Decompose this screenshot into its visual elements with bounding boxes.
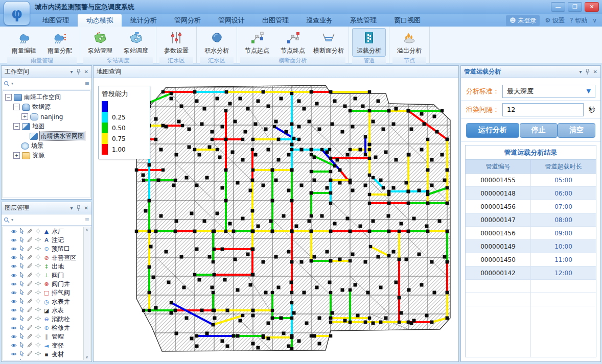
select-cursor-icon[interactable]: [18, 316, 25, 323]
menu-inspection[interactable]: 巡查业务: [297, 14, 341, 27]
clear-button[interactable]: 清空: [558, 123, 595, 138]
chevron-down-icon[interactable]: ∨: [592, 17, 597, 24]
overflow-analysis-button[interactable]: 溢出分析: [392, 28, 426, 57]
eye-icon[interactable]: [10, 298, 17, 305]
select-cursor-icon[interactable]: [18, 281, 25, 288]
render-interval-input[interactable]: 12: [502, 103, 584, 116]
table-row[interactable]: 000000148 06:00: [466, 187, 596, 200]
layer-row[interactable]: ‖ 管帽: [3, 332, 90, 341]
menu-network-analysis[interactable]: 管网分析: [166, 14, 210, 27]
layer-row[interactable]: A 注记: [3, 236, 90, 245]
maximize-button[interactable]: ❐: [568, 2, 582, 12]
eye-icon[interactable]: [10, 237, 17, 244]
edit-pencil-icon[interactable]: [27, 228, 33, 235]
eye-icon[interactable]: [10, 272, 17, 279]
column-header-overload-duration[interactable]: 管道超载时长: [531, 160, 596, 173]
table-row[interactable]: 000000142 12:00: [466, 266, 596, 280]
layer-row[interactable]: ◷ 水表井: [3, 298, 90, 306]
tree-item-datasource[interactable]: −数据源: [3, 102, 90, 112]
pin-icon[interactable]: [586, 69, 590, 75]
node-start-button[interactable]: 节点起点: [240, 28, 274, 57]
snap-crosshair-icon[interactable]: [35, 298, 41, 305]
eye-icon[interactable]: [10, 351, 17, 358]
layer-row[interactable]: ▲ 水厂: [3, 227, 90, 236]
layer-row[interactable]: ◪ 水表: [3, 306, 90, 315]
menu-plot-management[interactable]: 出图管理: [253, 14, 297, 27]
layer-row[interactable]: ◄ 变径: [3, 341, 90, 350]
eye-icon[interactable]: [10, 228, 17, 235]
eye-icon[interactable]: [10, 254, 17, 261]
select-cursor-icon[interactable]: [18, 359, 25, 360]
table-row[interactable]: 000000149 10:00: [466, 240, 596, 253]
stop-button[interactable]: 停止: [520, 123, 558, 138]
edit-pencil-icon[interactable]: [27, 254, 33, 261]
edit-pencil-icon[interactable]: [27, 281, 33, 288]
tree-item-workspace-root[interactable]: −南靖工作空间: [3, 92, 90, 102]
eye-icon[interactable]: [10, 281, 17, 288]
minimize-button[interactable]: —: [551, 2, 565, 12]
menu-window-view[interactable]: 窗口视图: [385, 14, 429, 27]
table-row[interactable]: 000000147 08:00: [466, 213, 596, 227]
select-cursor-icon[interactable]: [18, 351, 25, 358]
select-cursor-icon[interactable]: [18, 254, 25, 261]
snap-crosshair-icon[interactable]: [35, 316, 41, 323]
panel-dropdown-icon[interactable]: ▾: [580, 69, 582, 75]
tree-item-resources[interactable]: +资源: [3, 151, 90, 160]
eye-icon[interactable]: [10, 333, 17, 341]
eye-icon[interactable]: [10, 263, 17, 270]
settings-menu[interactable]: ⚙ 设置: [545, 16, 565, 25]
select-cursor-icon[interactable]: [18, 342, 25, 349]
column-header-pipe-id[interactable]: 管道编号: [466, 160, 531, 173]
edit-pencil-icon[interactable]: [27, 359, 33, 360]
tree-item-water-network-map[interactable]: 南靖供水管网图: [3, 131, 90, 141]
select-cursor-icon[interactable]: [18, 263, 25, 270]
select-cursor-icon[interactable]: [18, 325, 25, 332]
select-cursor-icon[interactable]: [18, 228, 25, 235]
pump-dispatch-button[interactable]: 泵站调度: [119, 28, 153, 57]
rain-dispatch-button[interactable]: 雨量分配: [43, 28, 77, 57]
panel-dropdown-icon[interactable]: ▾: [71, 69, 73, 75]
layer-row[interactable]: ↕ 出地: [3, 262, 90, 271]
node-end-button[interactable]: 节点终点: [276, 28, 310, 57]
table-row[interactable]: 000001450 11:00: [466, 253, 596, 266]
table-row[interactable]: 000001456 07:00: [466, 200, 596, 213]
select-cursor-icon[interactable]: [18, 246, 25, 253]
edit-pencil-icon[interactable]: [27, 263, 33, 270]
edit-pencil-icon[interactable]: [27, 333, 33, 341]
layer-row[interactable]: ⊥ 阀门: [3, 271, 90, 280]
load-analysis-button[interactable]: 运载分析: [352, 28, 386, 57]
menu-system-management[interactable]: 系统管理: [341, 14, 385, 27]
layer-row[interactable]: ▪ 变材: [3, 350, 90, 359]
snap-crosshair-icon[interactable]: [35, 307, 41, 314]
edit-pencil-icon[interactable]: [27, 325, 33, 332]
layer-row[interactable]: ⊙ 预留口: [3, 245, 90, 253]
snap-crosshair-icon[interactable]: [35, 289, 41, 297]
tree-item-maps[interactable]: −地图: [3, 122, 90, 131]
table-row[interactable]: 000001456 09:00: [466, 227, 596, 240]
map-canvas[interactable]: 管段能力 0.250.500.751.00: [94, 78, 458, 361]
eye-icon[interactable]: [10, 289, 17, 297]
edit-pencil-icon[interactable]: [27, 246, 33, 253]
menu-map-management[interactable]: 地图管理: [34, 14, 78, 27]
edit-pencil-icon[interactable]: [27, 351, 33, 358]
snap-crosshair-icon[interactable]: [35, 228, 41, 235]
edit-pencil-icon[interactable]: [27, 307, 33, 314]
panel-close-icon[interactable]: ✕: [84, 205, 88, 211]
select-cursor-icon[interactable]: [18, 298, 25, 305]
snap-crosshair-icon[interactable]: [35, 351, 41, 358]
eye-icon[interactable]: [10, 316, 17, 323]
edit-pencil-icon[interactable]: [27, 237, 33, 244]
filter-icon[interactable]: ≡: [85, 216, 89, 223]
snap-crosshair-icon[interactable]: [35, 342, 41, 349]
select-cursor-icon[interactable]: [18, 289, 25, 297]
table-row[interactable]: 000001455 05:00: [466, 174, 596, 187]
layer-row[interactable]: □ 排气阀: [3, 288, 90, 297]
analysis-standard-select[interactable]: 最大深度 ▼: [502, 85, 595, 98]
layer-row[interactable]: ⊖ 消防栓: [3, 315, 90, 324]
edit-pencil-icon[interactable]: [27, 342, 33, 349]
panel-dropdown-icon[interactable]: ▾: [71, 205, 73, 211]
snap-crosshair-icon[interactable]: [35, 246, 41, 253]
snap-crosshair-icon[interactable]: [35, 333, 41, 341]
menu-statistics[interactable]: 统计分析: [122, 14, 166, 27]
snap-crosshair-icon[interactable]: [35, 254, 41, 261]
